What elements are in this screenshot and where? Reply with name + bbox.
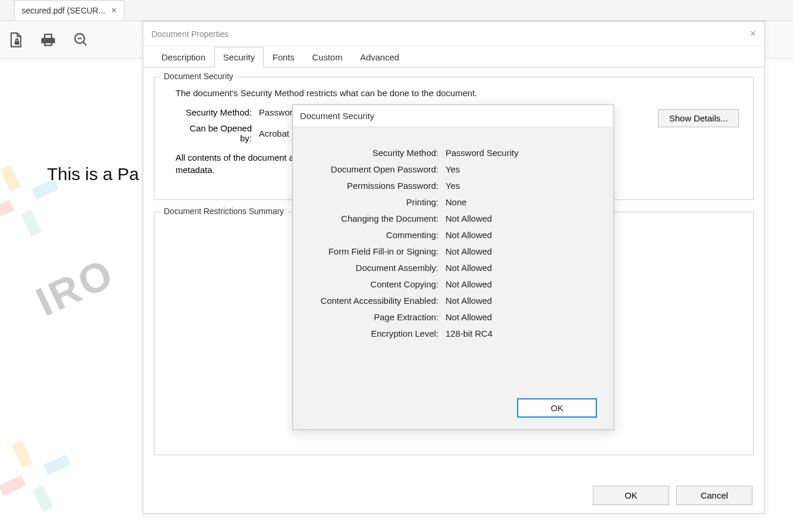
detail-label: Commenting: — [309, 230, 438, 240]
dialog-title: Document Security — [293, 105, 613, 127]
opened-by-value: Acrobat — [259, 128, 289, 138]
detail-row: Page Extraction:Not Allowed — [309, 312, 597, 322]
svg-rect-0 — [15, 41, 19, 45]
detail-label: Document Assembly: — [309, 263, 438, 273]
security-method-label: Security Method: — [176, 107, 252, 117]
file-tab[interactable]: secured.pdf (SECUR... × — [14, 0, 124, 21]
dialog-title: Document Properties — [151, 29, 229, 39]
detail-value: Yes — [446, 181, 460, 191]
detail-value: Not Allowed — [446, 312, 492, 322]
close-icon[interactable]: × — [750, 28, 756, 40]
detail-value: 128-bit RC4 — [446, 328, 492, 338]
detail-row: Document Assembly:Not Allowed — [309, 263, 597, 273]
zoom-icon[interactable] — [73, 32, 89, 48]
detail-row: Encryption Level:128-bit RC4 — [309, 328, 597, 338]
detail-label: Content Copying: — [309, 279, 438, 289]
watermark-icon — [0, 145, 79, 256]
detail-value: Not Allowed — [446, 230, 492, 240]
svg-rect-6 — [12, 440, 33, 467]
watermark-text: IRO — [29, 249, 121, 326]
tab-advanced[interactable]: Advanced — [351, 47, 408, 67]
dialog-footer: OK Cancel — [593, 486, 752, 505]
detail-row: Changing the Document:Not Allowed — [309, 214, 597, 223]
detail-value: Not Allowed — [446, 296, 492, 306]
print-icon[interactable] — [40, 32, 56, 48]
svg-rect-9 — [43, 455, 70, 476]
detail-row: Permissions Password:Yes — [309, 181, 597, 191]
detail-label: Changing the Document: — [309, 214, 438, 223]
detail-value: Yes — [446, 164, 460, 174]
show-details-button[interactable]: Show Details... — [658, 109, 739, 127]
fieldset-legend: Document Restrictions Summary — [160, 206, 288, 216]
detail-label: Form Field Fill-in or Signing: — [309, 246, 438, 256]
detail-value: None — [446, 197, 467, 207]
detail-row: Security Method:Password Security — [309, 148, 597, 158]
svg-rect-8 — [0, 475, 26, 496]
fieldset-legend: Document Security — [160, 72, 237, 81]
detail-row: Commenting:Not Allowed — [309, 230, 597, 240]
svg-rect-2 — [0, 165, 21, 192]
detail-label: Encryption Level: — [309, 328, 438, 338]
svg-rect-4 — [0, 199, 14, 221]
detail-value: Not Allowed — [446, 246, 492, 256]
detail-value: Not Allowed — [446, 279, 492, 289]
dialog-body: Security Method:Password SecurityDocumen… — [293, 127, 613, 354]
opened-by-label: Can be Opened by: — [176, 123, 252, 143]
ok-button[interactable]: OK — [517, 398, 597, 418]
detail-value: Not Allowed — [446, 263, 492, 273]
detail-value: Not Allowed — [446, 214, 492, 223]
detail-label: Page Extraction: — [309, 312, 438, 322]
detail-label: Security Method: — [309, 148, 438, 158]
file-tab-label: secured.pdf (SECUR... — [22, 6, 105, 15]
detail-label: Permissions Password: — [309, 181, 438, 191]
tab-security[interactable]: Security — [214, 47, 264, 67]
watermark-icon — [0, 421, 90, 532]
detail-row: Content Accessibility Enabled:Not Allowe… — [309, 296, 597, 306]
detail-row: Content Copying:Not Allowed — [309, 279, 597, 289]
dialog-tabs: Description Security Fonts Custom Advanc… — [143, 46, 764, 67]
ok-button[interactable]: OK — [593, 486, 669, 505]
file-lock-icon[interactable] — [7, 32, 23, 48]
cancel-button[interactable]: Cancel — [676, 486, 752, 505]
tab-fonts[interactable]: Fonts — [264, 47, 303, 67]
document-security-details-dialog: Document Security Security Method:Passwo… — [292, 104, 614, 430]
detail-label: Printing: — [309, 197, 438, 207]
page-body-text: This is a Pa — [47, 164, 139, 184]
svg-rect-7 — [32, 485, 53, 512]
detail-row: Printing:None — [309, 197, 597, 207]
tab-description[interactable]: Description — [153, 47, 214, 67]
app-tabbar: secured.pdf (SECUR... × — [0, 0, 793, 21]
detail-row: Document Open Password:Yes — [309, 164, 597, 174]
security-description: The document's Security Method restricts… — [176, 88, 743, 98]
dialog-footer: OK — [517, 398, 597, 418]
svg-rect-3 — [21, 209, 42, 236]
dialog-titlebar: Document Properties × — [143, 22, 764, 46]
detail-label: Document Open Password: — [309, 164, 438, 174]
close-icon[interactable]: × — [111, 5, 116, 16]
detail-row: Form Field Fill-in or Signing:Not Allowe… — [309, 246, 597, 256]
security-method-value: Passwor — [259, 107, 293, 117]
detail-label: Content Accessibility Enabled: — [309, 296, 438, 306]
detail-value: Password Security — [446, 148, 518, 158]
tab-custom[interactable]: Custom — [303, 47, 352, 67]
